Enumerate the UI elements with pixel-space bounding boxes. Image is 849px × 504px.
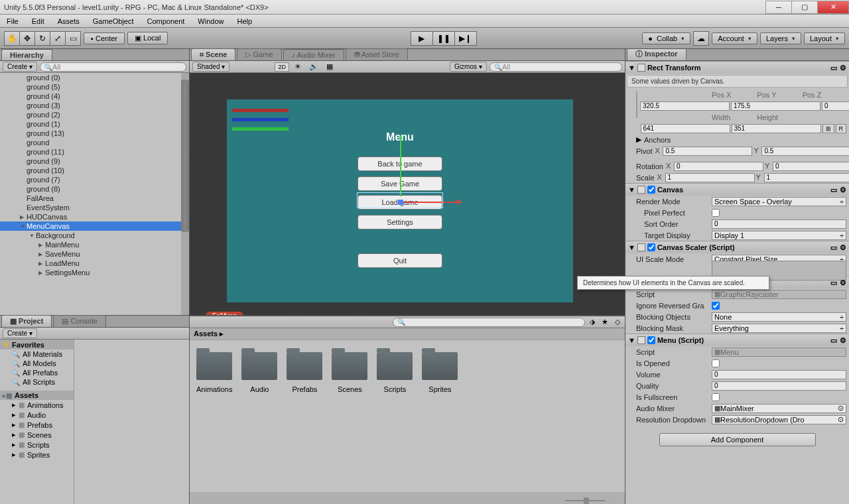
- raw-edit-button[interactable]: R: [836, 124, 847, 133]
- favorite-item[interactable]: 🔍All Scripts: [0, 377, 74, 387]
- project-create-dropdown[interactable]: Create: [3, 328, 37, 338]
- hierarchy-item[interactable]: ▶LoadMenu: [0, 259, 189, 268]
- gizmo-y-axis[interactable]: [400, 139, 401, 196]
- is-opened-checkbox[interactable]: [712, 359, 720, 367]
- folder-item[interactable]: Animations: [196, 352, 232, 480]
- favorite-icon[interactable]: ★: [600, 318, 610, 326]
- gizmos-dropdown[interactable]: Gizmos: [450, 62, 487, 72]
- lighting-icon[interactable]: ☀: [292, 62, 304, 71]
- filter-icon[interactable]: ⬗: [588, 318, 597, 326]
- pivot-local-button[interactable]: ▣ Local: [127, 32, 168, 44]
- hierarchy-item[interactable]: ▶SaveMenu: [0, 249, 189, 259]
- menu-script-enabled[interactable]: [647, 336, 655, 344]
- pos-y-field[interactable]: [731, 101, 820, 111]
- play-button[interactable]: ▶: [411, 31, 433, 46]
- asset-tree-item[interactable]: ▸▦Sprites: [0, 450, 74, 460]
- gear-icon[interactable]: ⚙: [840, 64, 846, 72]
- menu-help[interactable]: Help: [230, 16, 259, 27]
- height-field[interactable]: [732, 124, 821, 133]
- step-button[interactable]: ▶❙: [454, 31, 477, 46]
- asset-tree-item[interactable]: ▸▦Audio: [0, 410, 74, 420]
- hierarchy-item[interactable]: ▶SettingsMenu: [0, 268, 189, 277]
- project-search-input[interactable]: 🔍: [393, 318, 585, 327]
- scale-x-field[interactable]: [665, 173, 755, 182]
- add-component-button[interactable]: Add Component: [659, 433, 816, 446]
- width-field[interactable]: [641, 124, 730, 133]
- help-icon[interactable]: ▭: [830, 64, 837, 72]
- help-icon[interactable]: ▭: [830, 279, 837, 287]
- favorite-item[interactable]: 🔍All Prefabs: [0, 368, 74, 377]
- folder-item[interactable]: Scenes: [332, 352, 367, 480]
- settings-button[interactable]: Settings: [358, 215, 442, 229]
- menu-file[interactable]: File: [0, 16, 25, 27]
- asset-tree-item[interactable]: ▸▦Prefabs: [0, 420, 74, 430]
- pos-x-field[interactable]: [640, 101, 730, 111]
- hierarchy-item[interactable]: ground (3): [0, 101, 189, 110]
- fullscreen-checkbox[interactable]: [712, 393, 720, 401]
- asset-tree-item[interactable]: ▸▦Scenes: [0, 430, 74, 440]
- tab-hierarchy[interactable]: Hierarchy: [1, 49, 52, 60]
- scale-y-field[interactable]: [764, 173, 849, 182]
- scene-search-input[interactable]: 🔍All: [490, 62, 622, 72]
- anchor-preset[interactable]: [636, 92, 637, 118]
- gear-icon[interactable]: ⚙: [840, 279, 846, 287]
- volume-field[interactable]: [712, 370, 846, 379]
- hierarchy-item[interactable]: ▼Background: [0, 231, 189, 240]
- asset-tree-item[interactable]: ▸▦Animations: [0, 400, 74, 410]
- hierarchy-item[interactable]: ground (0): [0, 73, 189, 82]
- folder-item[interactable]: Audio: [241, 352, 277, 480]
- shading-mode-dropdown[interactable]: Shaded: [192, 62, 229, 72]
- favorite-item[interactable]: 🔍All Materials: [0, 349, 74, 359]
- scaler-enabled[interactable]: [647, 243, 655, 251]
- hierarchy-item[interactable]: ▶HUDCanvas: [0, 212, 189, 221]
- hierarchy-item[interactable]: ground (8): [0, 184, 189, 194]
- sort-order-field[interactable]: [712, 220, 846, 229]
- hierarchy-item[interactable]: ground (5): [0, 82, 189, 92]
- layout-dropdown[interactable]: Layout: [804, 32, 845, 44]
- menu-window[interactable]: Window: [191, 16, 230, 27]
- tab-inspector[interactable]: ⓘ Inspector: [627, 49, 686, 60]
- hierarchy-item[interactable]: ground (13): [0, 129, 189, 138]
- blocking-objects-dropdown[interactable]: None÷: [712, 312, 846, 322]
- audio-icon[interactable]: 🔊: [306, 62, 321, 71]
- hierarchy-create-dropdown[interactable]: Create: [3, 62, 37, 72]
- blueprint-icon[interactable]: ⊞: [822, 124, 834, 133]
- collab-dropdown[interactable]: ● Collab: [642, 32, 690, 44]
- tab-console[interactable]: ▤ Console: [53, 315, 105, 327]
- gear-icon[interactable]: ⚙: [840, 336, 846, 345]
- pixel-perfect-checkbox[interactable]: [712, 209, 720, 217]
- tab-scene[interactable]: ⌗ Scene: [191, 48, 235, 60]
- canvas-enabled[interactable]: [647, 186, 655, 194]
- pivot-x-field[interactable]: [663, 147, 752, 156]
- help-icon[interactable]: ▭: [830, 336, 837, 345]
- render-mode-dropdown[interactable]: Screen Space - Overlay÷: [712, 197, 846, 206]
- hierarchy-item[interactable]: ground (9): [0, 157, 189, 166]
- hierarchy-scrollbar[interactable]: [181, 73, 189, 315]
- hierarchy-item[interactable]: ground (1): [0, 119, 189, 129]
- move-tool-icon[interactable]: ✥: [19, 31, 35, 46]
- pivot-y-field[interactable]: [761, 147, 849, 156]
- pos-z-field[interactable]: [822, 101, 849, 111]
- layers-dropdown[interactable]: Layers: [760, 32, 801, 44]
- cloud-icon[interactable]: ☁: [693, 31, 709, 46]
- hierarchy-item[interactable]: ground (7): [0, 175, 189, 184]
- tab-audio-mixer[interactable]: ♪ Audio Mixer: [283, 49, 344, 60]
- tab-asset-store[interactable]: ⛃ Asset Store: [346, 48, 408, 60]
- ignore-reversed-checkbox[interactable]: [712, 302, 720, 310]
- hierarchy-item[interactable]: EventSystem: [0, 203, 189, 212]
- minimize-button[interactable]: ─: [765, 1, 792, 14]
- menu-edit[interactable]: Edit: [25, 16, 51, 27]
- folder-item[interactable]: Sprites: [422, 352, 458, 480]
- hierarchy-item[interactable]: FallArea: [0, 194, 189, 203]
- help-icon[interactable]: ▭: [830, 186, 837, 194]
- assets-header[interactable]: Assets: [15, 391, 38, 399]
- icon-size-slider[interactable]: [565, 500, 605, 501]
- tab-project[interactable]: ▦ Project: [1, 315, 52, 327]
- folder-item[interactable]: Scripts: [377, 352, 413, 480]
- blocking-mask-dropdown[interactable]: Everything÷: [712, 324, 846, 333]
- audio-mixer-field[interactable]: ▦ MainMixer⊙: [712, 404, 846, 413]
- menu-assets[interactable]: Assets: [51, 16, 86, 27]
- rect-tool-icon[interactable]: ▭: [65, 31, 81, 46]
- hierarchy-item[interactable]: ground (2): [0, 110, 189, 119]
- menu-gameobject[interactable]: GameObject: [86, 16, 141, 27]
